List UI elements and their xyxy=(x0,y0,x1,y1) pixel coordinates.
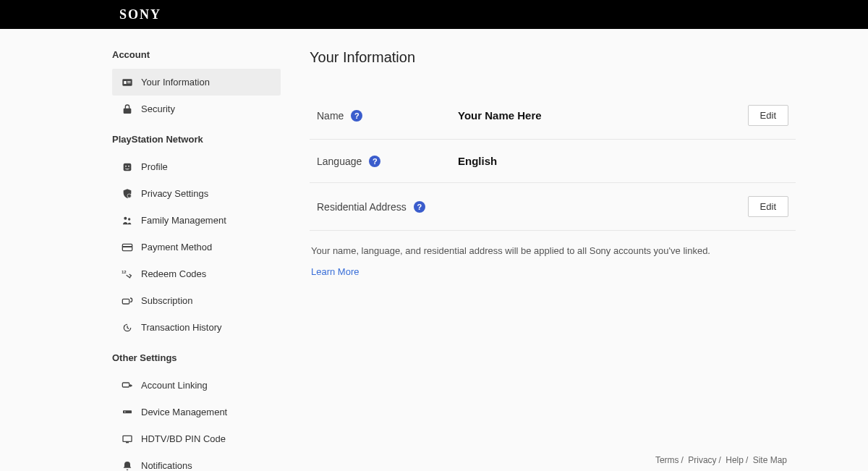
info-note: Your name, language, and residential add… xyxy=(310,245,796,256)
row-address: Residential Address ? Edit xyxy=(310,183,796,231)
sidebar-item-label: Family Management xyxy=(141,215,226,226)
id-card-icon xyxy=(121,76,134,89)
row-name: Name ? Your Name Here Edit xyxy=(310,92,796,140)
row-value-language: English xyxy=(458,155,788,167)
sidebar-item-privacy-settings[interactable]: Privacy Settings xyxy=(112,180,281,207)
svg-rect-2 xyxy=(127,81,131,82)
monitor-icon xyxy=(121,433,134,446)
svg-rect-11 xyxy=(122,246,132,247)
family-icon xyxy=(121,214,134,227)
sidebar-section-account: Account xyxy=(112,43,281,66)
footer-terms[interactable]: Terms xyxy=(655,455,679,465)
sidebar-item-label: Device Management xyxy=(141,407,227,417)
row-language: Language ? English xyxy=(310,140,796,183)
sidebar-item-label: Notifications xyxy=(141,460,192,471)
learn-more-link[interactable]: Learn More xyxy=(310,266,359,277)
help-icon[interactable]: ? xyxy=(414,201,425,213)
svg-point-8 xyxy=(124,216,127,219)
footer-links: Terms/ Privacy/ Help/ Site Map xyxy=(655,455,787,465)
footer-help[interactable]: Help xyxy=(726,455,744,465)
sidebar-item-family-management[interactable]: Family Management xyxy=(112,207,281,234)
sidebar-item-label: Redeem Codes xyxy=(141,268,206,279)
sidebar-item-device-management[interactable]: Device Management xyxy=(112,399,281,425)
svg-point-9 xyxy=(128,218,130,220)
sidebar-item-label: Privacy Settings xyxy=(141,188,208,199)
sidebar-item-profile[interactable]: Profile xyxy=(112,153,281,180)
sidebar-section-psn: PlayStation Network xyxy=(112,128,281,150)
sidebar-item-security[interactable]: Security xyxy=(112,96,281,122)
edit-address-button[interactable]: Edit xyxy=(748,196,788,217)
sidebar: Account Your Information Security PlaySt… xyxy=(0,29,281,471)
svg-rect-15 xyxy=(123,410,132,413)
redeem-icon: 12 xyxy=(121,268,134,281)
page-title: Your Information xyxy=(310,49,796,66)
sidebar-item-transaction-history[interactable]: Transaction History xyxy=(112,314,281,341)
sidebar-item-redeem-codes[interactable]: 12 Redeem Codes xyxy=(112,260,281,287)
lock-icon xyxy=(121,103,134,116)
sony-logo: SONY xyxy=(119,7,161,22)
help-icon[interactable]: ? xyxy=(369,156,380,167)
sidebar-item-notifications[interactable]: Notifications xyxy=(112,452,281,471)
main-content: Your Information Name ? Your Name Here E… xyxy=(281,29,868,471)
edit-name-button[interactable]: Edit xyxy=(748,105,788,126)
sidebar-item-your-information[interactable]: Your Information xyxy=(112,69,281,96)
svg-rect-17 xyxy=(123,436,132,441)
subscription-icon xyxy=(121,294,134,307)
history-icon xyxy=(121,321,134,334)
svg-text:12: 12 xyxy=(122,270,127,274)
row-label-language: Language xyxy=(317,156,362,167)
link-icon xyxy=(121,379,134,392)
svg-rect-1 xyxy=(124,81,126,84)
footer-privacy[interactable]: Privacy xyxy=(688,455,716,465)
device-icon xyxy=(121,406,134,419)
row-label-name: Name xyxy=(317,110,344,122)
svg-rect-3 xyxy=(127,82,131,83)
footer-sitemap[interactable]: Site Map xyxy=(753,455,787,465)
svg-rect-16 xyxy=(124,411,125,412)
sidebar-item-label: Account Linking xyxy=(141,380,208,391)
sidebar-item-label: Payment Method xyxy=(141,242,212,253)
top-header: SONY xyxy=(0,0,868,29)
row-value-name: Your Name Here xyxy=(458,109,748,122)
sidebar-section-other: Other Settings xyxy=(112,347,281,369)
sidebar-item-label: Transaction History xyxy=(141,322,222,333)
svg-point-7 xyxy=(127,194,131,198)
sidebar-item-label: Your Information xyxy=(141,77,210,88)
sidebar-item-label: Subscription xyxy=(141,295,193,306)
sidebar-item-label: Security xyxy=(141,103,175,114)
svg-rect-4 xyxy=(124,163,132,171)
sidebar-item-payment-method[interactable]: Payment Method xyxy=(112,234,281,260)
sidebar-item-hdtv-pin[interactable]: HDTV/BD PIN Code xyxy=(112,425,281,452)
svg-point-6 xyxy=(128,165,129,166)
svg-rect-18 xyxy=(126,442,129,443)
profile-icon xyxy=(121,161,134,174)
sidebar-item-account-linking[interactable]: Account Linking xyxy=(112,372,281,399)
svg-rect-13 xyxy=(122,299,129,304)
row-label-address: Residential Address xyxy=(317,201,407,213)
sidebar-item-label: HDTV/BD PIN Code xyxy=(141,433,226,444)
svg-rect-14 xyxy=(122,383,129,387)
svg-point-5 xyxy=(125,165,127,166)
shield-user-icon xyxy=(121,187,134,200)
bell-icon xyxy=(121,459,134,472)
card-icon xyxy=(121,241,134,254)
sidebar-item-subscription[interactable]: Subscription xyxy=(112,287,281,314)
sidebar-item-label: Profile xyxy=(141,161,168,172)
help-icon[interactable]: ? xyxy=(351,110,362,122)
